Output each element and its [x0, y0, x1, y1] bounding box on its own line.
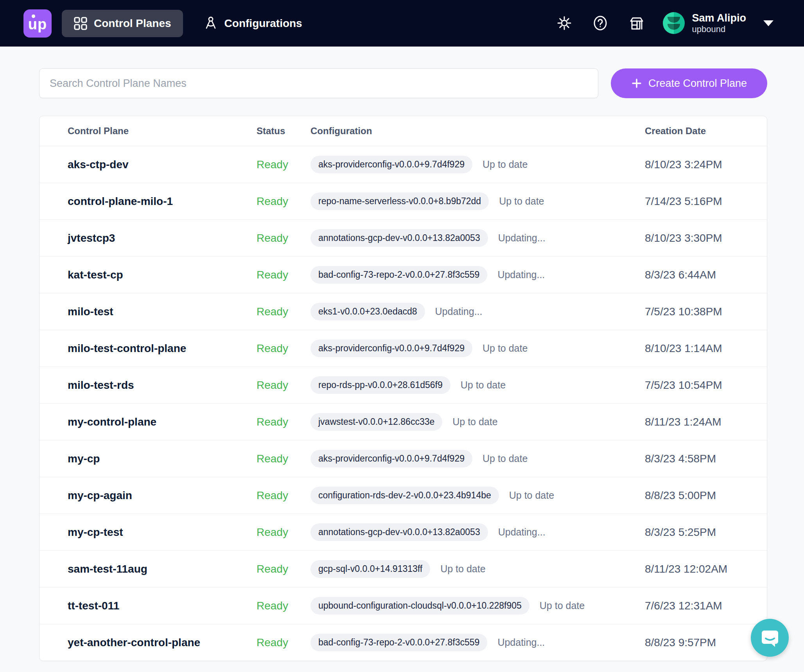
marketplace-button[interactable] — [625, 12, 647, 34]
tab-control-planes[interactable]: Control Planes — [62, 10, 183, 37]
status-text: Ready — [257, 379, 310, 392]
configuration-badge: gcp-sql-v0.0.0+14.91313ff — [310, 560, 430, 578]
control-plane-name: milo-test-control-plane — [68, 342, 257, 355]
chat-launcher-button[interactable] — [751, 619, 789, 657]
creation-date: 8/3/23 4:58PM — [645, 453, 767, 465]
configuration-badge: jvawstest-v0.0.0+12.86cc33e — [310, 413, 442, 431]
table-row[interactable]: my-cp Ready aks-providerconfig-v0.0.0+9.… — [39, 440, 767, 477]
help-button[interactable] — [589, 12, 611, 34]
settings-button[interactable] — [553, 12, 575, 34]
help-icon — [592, 15, 608, 31]
sync-status: Up to date — [483, 453, 528, 464]
plus-icon — [631, 78, 642, 89]
sync-status: Up to date — [509, 490, 554, 501]
creation-date: 8/3/23 5:25PM — [645, 526, 767, 539]
table-row[interactable]: milo-test Ready eks1-v0.0.0+23.0edacd8 U… — [39, 293, 767, 330]
creation-date: 8/3/23 6:44AM — [645, 269, 767, 281]
status-text: Ready — [257, 489, 310, 502]
configuration-cell: jvawstest-v0.0.0+12.86cc33e Up to date — [310, 413, 645, 431]
configuration-badge: bad-config-73-repo-2-v0.0.0+27.8f3c559 — [310, 634, 487, 651]
sync-status: Up to date — [483, 159, 528, 170]
configuration-badge: repo-name-serverless-v0.0.0+8.b9b72dd — [310, 192, 489, 210]
table-row[interactable]: milo-test-control-plane Ready aks-provid… — [39, 330, 767, 367]
creation-date: 7/14/23 5:16PM — [645, 195, 767, 208]
configuration-badge: annotations-gcp-dev-v0.0.0+13.82a0053 — [310, 229, 488, 247]
status-text: Ready — [257, 342, 310, 355]
table-row[interactable]: sam-test-11aug Ready gcp-sql-v0.0.0+14.9… — [39, 550, 767, 587]
control-plane-name: kat-test-cp — [68, 269, 257, 281]
table-row[interactable]: my-cp-test Ready annotations-gcp-dev-v0.… — [39, 514, 767, 550]
sync-status: Up to date — [540, 600, 585, 611]
configuration-badge: aks-providerconfig-v0.0.0+9.7d4f929 — [310, 156, 472, 173]
chat-icon — [760, 628, 780, 648]
user-text: Sam Alipio upbound — [692, 12, 746, 34]
status-text: Ready — [257, 305, 310, 318]
creation-date: 8/11/23 1:24AM — [645, 416, 767, 428]
configuration-cell: repo-rds-pp-v0.0.0+28.61d56f9 Up to date — [310, 376, 645, 394]
avatar-shape — [668, 24, 680, 30]
user-org: upbound — [692, 24, 746, 34]
creation-date: 8/10/23 3:30PM — [645, 232, 767, 244]
configuration-cell: aks-providerconfig-v0.0.0+9.7d4f929 Up t… — [310, 340, 645, 357]
caret-down-icon[interactable] — [763, 20, 773, 26]
status-text: Ready — [257, 269, 310, 281]
table-row[interactable]: yet-another-control-plane Ready bad-conf… — [39, 624, 767, 661]
configuration-cell: repo-name-serverless-v0.0.0+8.b9b72dd Up… — [310, 192, 645, 210]
table-row[interactable]: jvtestcp3 Ready annotations-gcp-dev-v0.0… — [39, 219, 767, 256]
table-header: Control Plane Status Configuration Creat… — [39, 116, 767, 146]
configuration-badge: eks1-v0.0.0+23.0edacd8 — [310, 303, 425, 320]
table-row[interactable]: tt-test-011 Ready upbound-configuration-… — [39, 587, 767, 624]
user-menu[interactable]: Sam Alipio upbound — [663, 12, 773, 34]
configuration-cell: upbound-configuration-cloudsql-v0.0.0+10… — [310, 597, 645, 615]
control-plane-name: my-cp-test — [68, 526, 257, 539]
table-row[interactable]: my-cp-again Ready configuration-rds-dev-… — [39, 477, 767, 514]
configuration-badge: upbound-configuration-cloudsql-v0.0.0+10… — [310, 597, 529, 615]
search-input[interactable] — [39, 68, 598, 98]
sync-status: Up to date — [483, 343, 528, 354]
table-row[interactable]: kat-test-cp Ready bad-config-73-repo-2-v… — [39, 256, 767, 293]
sync-status: Updating... — [498, 232, 546, 244]
configuration-badge: configuration-rds-dev-2-v0.0.0+23.4b914b… — [310, 487, 499, 504]
table-row[interactable]: milo-test-rds Ready repo-rds-pp-v0.0.0+2… — [39, 367, 767, 403]
configuration-cell: gcp-sql-v0.0.0+14.91313ff Up to date — [310, 560, 645, 578]
nav-right-group: Sam Alipio upbound — [539, 12, 773, 34]
table-body: aks-ctp-dev Ready aks-providerconfig-v0.… — [39, 146, 767, 661]
tab-label: Control Planes — [94, 17, 171, 30]
status-text: Ready — [257, 600, 310, 612]
tab-configurations[interactable]: Configurations — [192, 10, 314, 37]
create-control-plane-button[interactable]: Create Control Plane — [611, 68, 767, 98]
table-row[interactable]: my-control-plane Ready jvawstest-v0.0.0+… — [39, 403, 767, 440]
table-row[interactable]: control-plane-milo-1 Ready repo-name-ser… — [39, 183, 767, 219]
sync-status: Up to date — [452, 416, 497, 428]
status-text: Ready — [257, 195, 310, 208]
col-header-status: Status — [257, 126, 310, 137]
configuration-badge: annotations-gcp-dev-v0.0.0+13.82a0053 — [310, 523, 488, 541]
marketplace-icon — [628, 14, 645, 32]
status-text: Ready — [257, 158, 310, 171]
configuration-cell: aks-providerconfig-v0.0.0+9.7d4f929 Up t… — [310, 156, 645, 173]
configuration-badge: bad-config-73-repo-2-v0.0.0+27.8f3c559 — [310, 266, 487, 284]
control-plane-name: sam-test-11aug — [68, 563, 257, 575]
status-text: Ready — [257, 232, 310, 244]
control-plane-name: milo-test-rds — [68, 379, 257, 392]
sync-status: Up to date — [499, 196, 544, 207]
sync-status: Updating... — [498, 526, 546, 538]
control-plane-name: jvtestcp3 — [68, 232, 257, 244]
control-plane-name: yet-another-control-plane — [68, 636, 257, 649]
col-header-configuration: Configuration — [310, 126, 645, 137]
sync-status: Up to date — [461, 379, 506, 391]
control-plane-name: tt-test-011 — [68, 600, 257, 612]
status-text: Ready — [257, 563, 310, 575]
creation-date: 7/5/23 10:38PM — [645, 305, 767, 318]
control-plane-name: my-control-plane — [68, 416, 257, 428]
col-header-creation-date: Creation Date — [645, 126, 767, 137]
configuration-cell: bad-config-73-repo-2-v0.0.0+27.8f3c559 U… — [310, 266, 645, 284]
creation-date: 7/6/23 12:31AM — [645, 600, 767, 612]
avatar — [663, 12, 685, 34]
upbound-logo[interactable]: up — [23, 9, 52, 38]
creation-date: 8/10/23 1:14AM — [645, 342, 767, 355]
sync-status: Updating... — [435, 306, 483, 317]
table-row[interactable]: aks-ctp-dev Ready aks-providerconfig-v0.… — [39, 146, 767, 183]
grid-icon — [74, 16, 88, 31]
toolbar: Create Control Plane — [0, 47, 804, 98]
